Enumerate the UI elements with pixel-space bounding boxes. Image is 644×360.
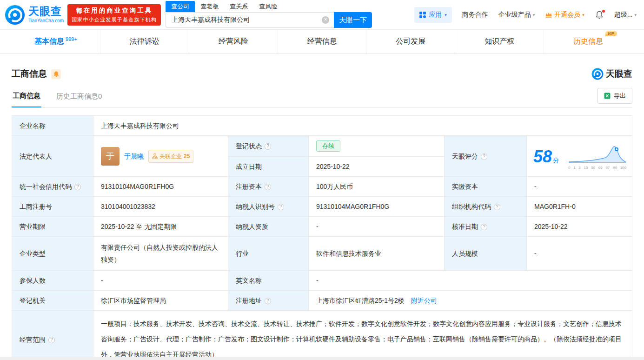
legal-rep-value: 于 于晨曦 关联企业 25 [93, 136, 228, 177]
staff-size-value: - [527, 237, 632, 271]
search-button[interactable]: 天眼一下 [334, 12, 372, 28]
score-axis: 0131550669799100 [568, 166, 626, 170]
search-input[interactable] [166, 12, 334, 28]
related-count: 25 [184, 151, 190, 161]
industry-value: 软件和信息技术服务业 [309, 237, 445, 271]
score-value: 58分 0131550669799100 [527, 136, 632, 177]
tab-operation-info[interactable]: 经营信息 [278, 30, 366, 53]
table-row: 工商注册号 310104001023832 纳税人识别号? 91310104MA… [12, 197, 632, 217]
page-title: 工商信息 [12, 68, 47, 80]
help-icon[interactable]: ? [265, 184, 271, 190]
taxpayer-id-value: 91310104MAG0R1FH0G [309, 197, 445, 217]
tab-basic-info[interactable]: 基本信息 999+ [12, 30, 100, 53]
industry-label: 行业 [228, 237, 309, 271]
tab-operation-info-label: 经营信息 [307, 37, 337, 47]
header-right-nav: 应用 ▾ 商务合作 企业级产品 ▾ 开通会员 ▾ 超级... [414, 7, 637, 23]
main-content: 工商信息 天眼查 工商信息 历史工商信息0 导出 [0, 68, 644, 360]
section-tabbar: 基本信息 999+ 法律诉讼 经营风险 经营信息 公司发展 知识产权 历史信息 … [0, 30, 644, 54]
taxpayer-quality-label: 纳税人资质 [228, 217, 309, 237]
insured-count-value: - [93, 271, 228, 291]
help-icon[interactable]: ? [481, 224, 487, 230]
tab-legal-litigation[interactable]: 法律诉讼 [100, 30, 189, 53]
table-row: 企业名称 上海天丰嘉成科技有限公司 [12, 116, 632, 136]
apps-grid-icon [419, 12, 426, 18]
nearby-companies-link[interactable]: 附近公司 [411, 297, 437, 304]
help-icon[interactable]: ? [48, 337, 55, 343]
help-icon[interactable]: ? [265, 298, 271, 304]
subtab-business-info[interactable]: 工商信息 [12, 87, 41, 107]
related-label: 关联企业 [159, 151, 182, 161]
help-icon[interactable]: ? [74, 184, 81, 190]
table-row: 参保人数 - 英文名称 - [12, 271, 632, 291]
apps-menu[interactable]: 应用 ▾ [414, 7, 452, 23]
org-code-value: MAG0R1FH-0 [527, 197, 632, 217]
nav-super-label: 超级... [614, 11, 633, 19]
tianyancha-brand-icon [591, 68, 604, 80]
staff-size-label: 人员规模 [445, 237, 527, 271]
search-tabs: 查公司 查老板 查关系 查风险 [166, 1, 372, 12]
table-row: 企业类型 有限责任公司（自然人投资或控股的法人独资） 行业 软件和信息技术服务业… [12, 237, 632, 271]
approval-date-value: 2025-10-22 [527, 217, 632, 237]
bell-icon [53, 71, 59, 77]
search-tab-risk[interactable]: 查风险 [253, 1, 283, 12]
reg-authority-label: 登记机关 [12, 291, 93, 311]
search-tab-company[interactable]: 查公司 [166, 1, 195, 12]
table-row: 营业期限 2025-10-22 至 无固定期限 纳税人资质 - 核准日期? 20… [12, 217, 632, 237]
subtab-row: 工商信息 历史工商信息0 导出 [12, 87, 632, 108]
brand-watermark: 天眼查 [591, 68, 632, 80]
search-tab-boss[interactable]: 查老板 [195, 1, 224, 12]
banner-line2: 国家中小企业发展子基金旗下机构 [72, 16, 157, 23]
top-header: 天眼查 TianYanCha.com 都在用的商业查询工具 国家中小企业发展子基… [0, 0, 644, 30]
reg-address-text: 上海市徐汇区虹漕路25-1号2楼 [316, 297, 405, 304]
subscribe-bell-chip[interactable] [51, 69, 61, 79]
crown-icon [545, 12, 552, 18]
page-bottom-strip [0, 357, 644, 360]
table-row: 统一社会信用代码? 91310104MAG0R1FH0G 注册资本? 100万人… [12, 177, 632, 197]
business-info-table: 企业名称 上海天丰嘉成科技有限公司 法定代表人 于 于晨曦 关联企 [12, 115, 632, 360]
nav-super-vip[interactable]: 超级... ▾ [614, 11, 637, 19]
paid-capital-label: 实缴资本 [445, 177, 527, 197]
tab-history-info[interactable]: 历史信息 VIP [544, 30, 632, 53]
help-icon[interactable]: ? [481, 153, 487, 160]
excel-icon [604, 93, 611, 99]
paid-capital-value: - [527, 177, 632, 197]
tab-company-development[interactable]: 公司发展 [366, 30, 455, 53]
apps-label: 应用 [429, 11, 442, 19]
company-name-value: 上海天丰嘉成科技有限公司 [93, 116, 632, 136]
tab-basic-info-badge: 999+ [66, 36, 77, 42]
notifications-bell[interactable] [595, 10, 604, 20]
tab-intellectual-property[interactable]: 知识产权 [455, 30, 544, 53]
nav-open-vip[interactable]: 开通会员 ▾ [545, 11, 584, 19]
section-header: 工商信息 天眼查 [12, 68, 632, 80]
business-term-value: 2025-10-22 至 无固定期限 [93, 217, 228, 237]
export-button[interactable]: 导出 [598, 88, 632, 104]
nav-enterprise-products[interactable]: 企业级产品 ▾ [498, 11, 535, 19]
chevron-down-icon: ▾ [445, 13, 447, 17]
search-area: 查公司 查老板 查关系 查风险 × 天眼一下 [166, 1, 372, 28]
reg-status-label: 登记状态? [228, 136, 309, 157]
legal-rep-link[interactable]: 于晨曦 [124, 151, 144, 161]
chevron-down-icon: ▾ [582, 13, 584, 17]
help-icon[interactable]: ? [265, 143, 271, 150]
company-name-label: 企业名称 [12, 116, 93, 136]
tianyancha-logo[interactable]: 天眼查 TianYanCha.com [5, 5, 64, 25]
tab-intellectual-property-label: 知识产权 [485, 37, 514, 47]
help-icon[interactable]: ? [278, 204, 284, 210]
table-row: 登记机关 徐汇区市场监督管理局 注册地址? 上海市徐汇区虹漕路25-1号2楼 附… [12, 291, 632, 311]
nav-enterprise-label: 企业级产品 [498, 11, 531, 19]
avatar[interactable]: 于 [101, 147, 120, 166]
subtab-history-business-info[interactable]: 历史工商信息0 [55, 87, 103, 107]
taxpayer-quality-value: - [309, 217, 445, 237]
nav-business-cooperation[interactable]: 商务合作 [462, 11, 488, 19]
related-companies-badge[interactable]: 关联企业 25 [148, 150, 193, 163]
search-tab-relation[interactable]: 查关系 [224, 1, 253, 12]
tab-history-info-label: 历史信息 [573, 37, 603, 45]
credit-code-label: 统一社会信用代码? [12, 177, 93, 197]
score-curve [568, 144, 626, 163]
logo-subtitle: TianYanCha.com [28, 18, 64, 23]
help-icon[interactable]: ? [494, 204, 500, 210]
tab-operation-risk[interactable]: 经营风险 [189, 30, 278, 53]
business-term-label: 营业期限 [12, 217, 93, 237]
reg-address-value: 上海市徐汇区虹漕路25-1号2楼 附近公司 [309, 291, 632, 311]
banner-line1: 都在用的商业查询工具 [72, 7, 157, 15]
